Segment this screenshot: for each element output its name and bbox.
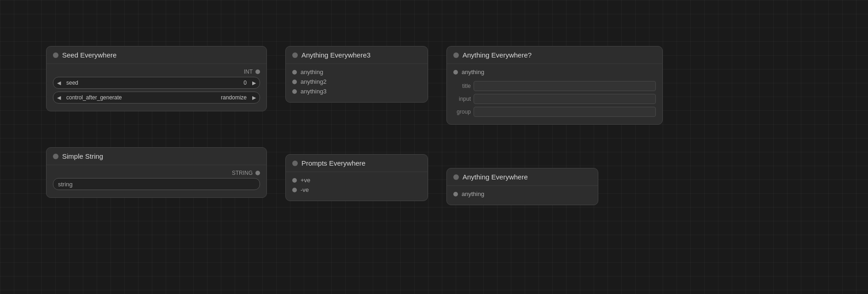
anything-everywhere-q-node: Anything Everywhere? anything title inpu…: [446, 46, 663, 125]
seed-everywhere-output-label: INT: [244, 69, 253, 75]
simple-string-status-dot: [53, 154, 58, 159]
seed-everywhere-body: INT ◀ seed 0 ▶ ◀ control_after_generate …: [46, 64, 266, 111]
anything-everywhere3-dot-0: [292, 70, 297, 75]
string-widget-row: [53, 178, 260, 190]
seed-stepper[interactable]: ◀ seed 0 ▶: [53, 77, 260, 89]
prompts-everywhere-port-1: -ve: [292, 186, 421, 193]
title-field-row: title: [453, 81, 656, 91]
anything-everywhere-q-header: Anything Everywhere?: [447, 46, 662, 64]
prompts-everywhere-dot-1: [292, 188, 297, 192]
control-widget-row: ◀ control_after_generate randomize ▶: [53, 92, 260, 104]
seed-label: seed: [64, 80, 243, 86]
control-increment-button[interactable]: ▶: [249, 92, 260, 104]
anything-everywhere3-label-2: anything3: [301, 88, 326, 95]
prompts-everywhere-body: +ve -ve: [286, 172, 428, 201]
anything-everywhere3-port-1: anything2: [292, 78, 421, 85]
prompts-everywhere-title: Prompts Everywhere: [301, 159, 365, 167]
simple-string-output-row: STRING: [53, 170, 260, 176]
title-field-label: title: [453, 83, 471, 89]
control-stepper[interactable]: ◀ control_after_generate randomize ▶: [53, 92, 260, 104]
anything-everywhere3-dot-1: [292, 80, 297, 84]
title-field-input[interactable]: [474, 81, 656, 91]
seed-decrement-button[interactable]: ◀: [53, 77, 64, 89]
seed-everywhere-output-dot: [255, 69, 260, 74]
seed-everywhere-title: Seed Everywhere: [62, 51, 116, 59]
simple-string-header: Simple String: [46, 148, 266, 165]
prompts-everywhere-dot-0: [292, 178, 297, 183]
anything-everywhere3-node: Anything Everywhere3 anything anything2 …: [285, 46, 428, 103]
anything-everywhere-input-label: anything: [462, 190, 484, 197]
control-label: control_after_generate: [64, 94, 221, 101]
seed-everywhere-status-dot: [53, 52, 58, 58]
seed-widget-row: ◀ seed 0 ▶: [53, 77, 260, 89]
anything-everywhere-node: Anything Everywhere anything: [446, 168, 598, 205]
anything-everywhere-header: Anything Everywhere: [447, 168, 598, 186]
input-field-row: input: [453, 94, 656, 104]
prompts-everywhere-label-0: +ve: [301, 177, 310, 184]
input-field-input[interactable]: [474, 94, 656, 104]
seed-everywhere-node: Seed Everywhere INT ◀ seed 0 ▶ ◀ control…: [46, 46, 267, 111]
anything-everywhere-port: anything: [453, 190, 591, 197]
input-field-label: input: [453, 96, 471, 102]
seed-everywhere-output-row: INT: [53, 69, 260, 75]
anything-everywhere-q-body: anything title input group: [447, 64, 662, 124]
simple-string-body: STRING: [46, 165, 266, 197]
group-field-input[interactable]: [474, 107, 656, 117]
seed-increment-button[interactable]: ▶: [249, 77, 260, 89]
anything-everywhere3-title: Anything Everywhere3: [301, 51, 370, 59]
anything-everywhere3-label-0: anything: [301, 69, 323, 75]
anything-everywhere-title: Anything Everywhere: [463, 173, 528, 181]
anything-everywhere-status-dot: [453, 174, 459, 180]
prompts-everywhere-header: Prompts Everywhere: [286, 155, 428, 172]
anything-everywhere-q-port: anything: [453, 69, 656, 75]
anything-everywhere3-body: anything anything2 anything3: [286, 64, 428, 102]
anything-everywhere3-port-2: anything3: [292, 88, 421, 95]
prompts-everywhere-status-dot: [292, 161, 298, 166]
control-decrement-button[interactable]: ◀: [53, 92, 64, 104]
simple-string-title: Simple String: [62, 152, 103, 160]
prompts-everywhere-node: Prompts Everywhere +ve -ve: [285, 154, 428, 201]
group-field-label: group: [453, 109, 471, 115]
seed-value: 0: [243, 80, 249, 86]
anything-everywhere3-dot-2: [292, 89, 297, 94]
anything-everywhere-q-dot: [453, 70, 458, 75]
seed-everywhere-header: Seed Everywhere: [46, 46, 266, 64]
anything-everywhere-dot: [453, 192, 458, 196]
string-input[interactable]: [53, 178, 260, 190]
anything-everywhere3-port-0: anything: [292, 69, 421, 75]
simple-string-node: Simple String STRING: [46, 147, 267, 198]
anything-everywhere3-label-1: anything2: [301, 78, 326, 85]
simple-string-output-label: STRING: [232, 170, 253, 176]
control-value: randomize: [221, 94, 249, 101]
prompts-everywhere-label-1: -ve: [301, 186, 309, 193]
anything-everywhere-body: anything: [447, 186, 598, 205]
prompts-everywhere-port-0: +ve: [292, 177, 421, 184]
anything-everywhere-q-input-label: anything: [462, 69, 484, 75]
anything-everywhere-q-title: Anything Everywhere?: [463, 51, 532, 59]
anything-everywhere-q-status-dot: [453, 52, 459, 58]
anything-everywhere3-header: Anything Everywhere3: [286, 46, 428, 64]
anything-everywhere3-status-dot: [292, 52, 298, 58]
simple-string-output-dot: [255, 171, 260, 175]
group-field-row: group: [453, 107, 656, 117]
